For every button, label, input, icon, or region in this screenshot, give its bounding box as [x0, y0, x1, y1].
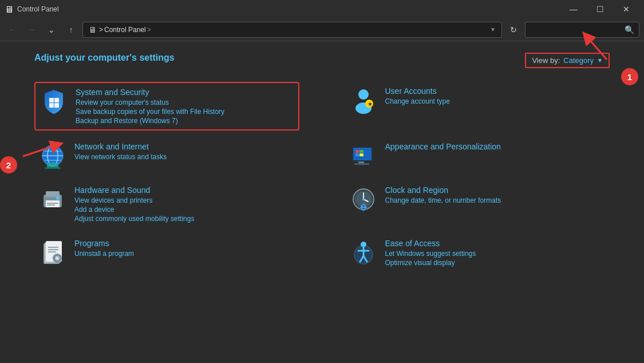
clock-region-info: Clock and Region Change date, time, or n…: [385, 186, 606, 204]
system-security-name[interactable]: System and Security: [76, 88, 294, 97]
user-accounts-link-1[interactable]: Change account type: [385, 97, 606, 105]
appearance-icon: [350, 142, 377, 169]
svg-rect-29: [47, 204, 55, 206]
hardware-sound-name[interactable]: Hardware and Sound: [74, 186, 295, 195]
programs-info: Programs Uninstall a program: [74, 239, 295, 258]
ease-access-name[interactable]: Ease of Access: [385, 239, 606, 248]
category-network-internet[interactable]: Network and Internet View network status…: [34, 137, 299, 174]
svg-rect-22: [359, 153, 364, 156]
ease-access-link-2[interactable]: Optimize visual display: [385, 259, 606, 267]
clock-region-link-1[interactable]: Change date, time, or number formats: [385, 196, 606, 204]
svg-rect-42: [48, 247, 58, 248]
search-input[interactable]: [530, 26, 622, 34]
category-user-accounts[interactable]: ★ User Accounts Change account type: [345, 82, 610, 131]
svg-rect-3: [54, 98, 59, 102]
back-button[interactable]: ←: [5, 22, 21, 38]
category-hardware-sound[interactable]: Hardware and Sound View devices and prin…: [34, 181, 299, 227]
refresh-button[interactable]: ↻: [505, 22, 521, 38]
network-internet-link-1[interactable]: View network status and tasks: [74, 153, 295, 161]
title-bar: 🖥 Control Panel — ☐ ✕: [0, 0, 644, 18]
ease-access-info: Ease of Access Let Windows suggest setti…: [385, 239, 606, 267]
appearance-info: Appearance and Personalization: [385, 142, 606, 153]
user-accounts-name[interactable]: User Accounts: [385, 86, 606, 96]
ease-access-icon: [350, 239, 377, 266]
categories-grid: System and Security Review your computer…: [34, 82, 610, 271]
hardware-sound-info: Hardware and Sound View devices and prin…: [74, 186, 295, 223]
hardware-sound-link-1[interactable]: View devices and printers: [74, 196, 295, 204]
view-by-control[interactable]: View by: Category ▼: [525, 53, 610, 68]
category-programs[interactable]: Programs Uninstall a program: [34, 234, 299, 271]
svg-rect-24: [354, 163, 369, 165]
network-internet-icon: [39, 142, 66, 169]
user-accounts-icon: ★: [350, 86, 377, 114]
svg-rect-20: [359, 150, 364, 153]
address-field[interactable]: 🖥 > Control Panel > ▼: [82, 22, 502, 38]
svg-point-6: [358, 89, 369, 100]
view-by-arrow-icon: ▼: [597, 57, 603, 64]
window-title: Control Panel: [17, 5, 557, 13]
svg-point-30: [56, 196, 60, 200]
system-security-info: System and Security Review your computer…: [76, 88, 294, 125]
clock-region-icon: [350, 186, 377, 213]
system-security-link-1[interactable]: Review your computer's status: [76, 98, 294, 106]
svg-rect-28: [47, 203, 58, 204]
page-title: Adjust your computer's settings: [34, 53, 175, 63]
network-internet-name[interactable]: Network and Internet: [74, 142, 295, 151]
appearance-name[interactable]: Appearance and Personalization: [385, 142, 606, 151]
clock-region-name[interactable]: Clock and Region: [385, 186, 606, 195]
svg-rect-43: [48, 249, 58, 250]
category-system-security[interactable]: System and Security Review your computer…: [34, 82, 299, 131]
svg-rect-44: [48, 251, 56, 252]
recent-locations-button[interactable]: ⌄: [44, 22, 60, 38]
user-accounts-info: User Accounts Change account type: [385, 86, 606, 105]
svg-rect-23: [358, 161, 364, 163]
category-appearance[interactable]: Appearance and Personalization: [345, 137, 610, 174]
system-security-link-3[interactable]: Backup and Restore (Windows 7): [76, 117, 294, 125]
svg-rect-19: [355, 150, 359, 153]
category-clock-region[interactable]: Clock and Region Change date, time, or n…: [345, 181, 610, 227]
ease-access-link-1[interactable]: Let Windows suggest settings: [385, 250, 606, 258]
programs-name[interactable]: Programs: [74, 239, 295, 248]
svg-rect-4: [49, 103, 54, 108]
view-by-value[interactable]: Category: [563, 56, 594, 65]
programs-icon: [39, 239, 66, 266]
up-button[interactable]: ↑: [63, 22, 79, 38]
hardware-sound-link-2[interactable]: Add a device: [74, 206, 295, 214]
system-security-link-2[interactable]: Save backup copies of your files with Fi…: [76, 108, 294, 116]
page-header: Adjust your computer's settings View by:…: [34, 53, 610, 68]
hardware-sound-link-3[interactable]: Adjust commonly used mobility settings: [74, 215, 295, 223]
svg-point-47: [56, 257, 58, 259]
svg-rect-21: [355, 153, 359, 156]
annotation-circle-1: 1: [621, 68, 638, 85]
category-ease-access[interactable]: Ease of Access Let Windows suggest setti…: [345, 234, 610, 271]
window-controls: — ☐ ✕: [560, 0, 639, 18]
window-icon: 🖥: [5, 5, 14, 14]
address-bar: ← → ⌄ ↑ 🖥 > Control Panel > ▼ ↻ 🔍: [0, 18, 644, 41]
annotation-2-container: 2: [0, 156, 17, 173]
search-field[interactable]: 🔍: [525, 22, 639, 38]
maximize-button[interactable]: ☐: [587, 0, 613, 18]
svg-rect-26: [46, 191, 60, 197]
svg-text:★: ★: [368, 101, 373, 107]
hardware-sound-icon: [39, 186, 66, 213]
address-dropdown-arrow[interactable]: ▼: [490, 26, 496, 33]
svg-rect-16: [45, 167, 61, 169]
system-security-icon: [40, 88, 68, 115]
minimize-button[interactable]: —: [560, 0, 587, 18]
svg-rect-2: [49, 98, 54, 102]
annotation-circle-2: 2: [0, 156, 17, 173]
svg-point-35: [362, 198, 365, 200]
close-button[interactable]: ✕: [613, 0, 639, 18]
network-internet-info: Network and Internet View network status…: [74, 142, 295, 161]
search-icon: 🔍: [625, 25, 634, 34]
address-path: > Control Panel >: [99, 26, 151, 34]
view-by-label: View by:: [532, 56, 560, 65]
svg-rect-5: [54, 103, 59, 108]
main-content: Adjust your computer's settings View by:…: [0, 41, 644, 363]
forward-button[interactable]: →: [24, 22, 40, 38]
programs-link-1[interactable]: Uninstall a program: [74, 250, 295, 258]
